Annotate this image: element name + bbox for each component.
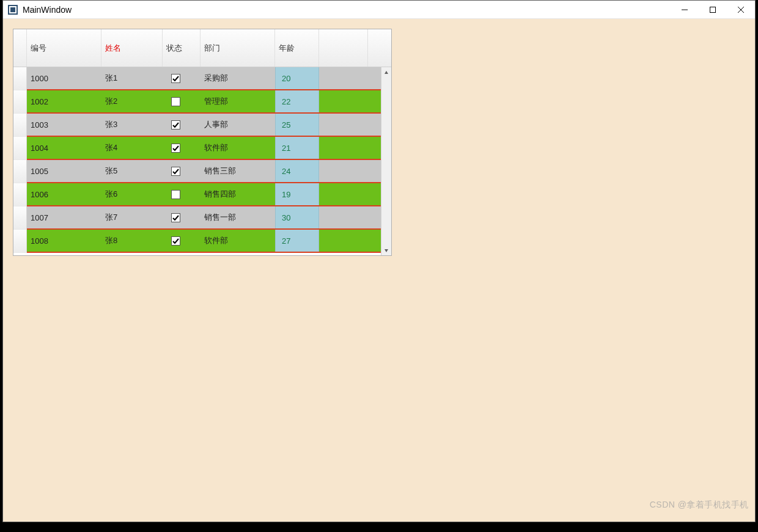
window-controls xyxy=(671,1,755,18)
table-row[interactable]: 1008张8软件部27 xyxy=(13,230,391,253)
cell-name[interactable]: 张3 xyxy=(101,114,163,136)
titlebar[interactable]: MainWindow xyxy=(3,1,755,19)
table-row[interactable]: 1002张2管理部22 xyxy=(13,90,391,114)
cell-extra[interactable] xyxy=(319,114,368,136)
status-checkbox[interactable] xyxy=(171,167,180,176)
cell-dept[interactable]: 人事部 xyxy=(201,114,275,136)
cell-age[interactable]: 25 xyxy=(275,114,319,136)
cell-age[interactable]: 21 xyxy=(275,137,319,159)
row-strip: 1004张4软件部21 xyxy=(27,137,391,160)
cell-id[interactable]: 1007 xyxy=(27,206,101,228)
header-extra[interactable] xyxy=(319,29,368,67)
row-strip: 1006张6销售四部19 xyxy=(27,183,391,206)
header-name[interactable]: 姓名 xyxy=(101,29,163,67)
row-strip: 1003张3人事部25 xyxy=(27,114,391,137)
cell-extra[interactable] xyxy=(319,160,368,182)
cell-id[interactable]: 1005 xyxy=(27,160,101,182)
cell-id[interactable]: 1008 xyxy=(27,230,101,252)
status-checkbox[interactable] xyxy=(171,213,180,222)
row-header[interactable] xyxy=(13,160,27,183)
cell-extra[interactable] xyxy=(319,137,368,159)
data-grid[interactable]: 编号 姓名 状态 部门 年龄 1000张1采购部201002张2管理部22100… xyxy=(13,29,392,256)
status-checkbox[interactable] xyxy=(171,144,180,153)
cell-id[interactable]: 1006 xyxy=(27,183,101,205)
cell-status xyxy=(163,67,201,89)
row-header[interactable] xyxy=(13,67,27,90)
cell-status xyxy=(163,230,201,252)
cell-id[interactable]: 1000 xyxy=(27,67,101,89)
status-checkbox[interactable] xyxy=(171,120,180,129)
svg-rect-1 xyxy=(710,7,716,12)
svg-marker-5 xyxy=(385,249,388,252)
cell-dept[interactable]: 销售一部 xyxy=(201,206,275,228)
cell-extra[interactable] xyxy=(319,230,368,252)
row-header[interactable] xyxy=(13,230,27,253)
maximize-button[interactable] xyxy=(699,1,727,18)
status-checkbox[interactable] xyxy=(171,74,180,83)
row-header[interactable] xyxy=(13,114,27,137)
cell-extra[interactable] xyxy=(319,183,368,205)
cell-status xyxy=(163,90,201,112)
cell-age[interactable]: 19 xyxy=(275,183,319,205)
cell-status xyxy=(163,206,201,228)
cell-status xyxy=(163,114,201,136)
row-header[interactable] xyxy=(13,137,27,160)
row-strip: 1005张5销售三部24 xyxy=(27,160,391,183)
minimize-button[interactable] xyxy=(671,1,699,18)
table-row[interactable]: 1006张6销售四部19 xyxy=(13,183,391,206)
cell-status xyxy=(163,183,201,205)
cell-age[interactable]: 30 xyxy=(275,206,319,228)
cell-name[interactable]: 张4 xyxy=(101,137,163,159)
cell-dept[interactable]: 软件部 xyxy=(201,137,275,159)
cell-name[interactable]: 张1 xyxy=(101,67,163,89)
svg-marker-4 xyxy=(385,71,388,74)
header-row: 编号 姓名 状态 部门 年龄 xyxy=(13,29,391,67)
status-checkbox[interactable] xyxy=(171,97,180,106)
status-checkbox[interactable] xyxy=(171,236,180,246)
cell-dept[interactable]: 管理部 xyxy=(201,90,275,112)
table-row[interactable]: 1000张1采购部20 xyxy=(13,67,391,90)
cell-age[interactable]: 20 xyxy=(275,67,319,89)
row-strip: 1008张8软件部27 xyxy=(27,230,391,253)
header-age[interactable]: 年龄 xyxy=(275,29,319,67)
cell-age[interactable]: 27 xyxy=(275,230,319,252)
table-row[interactable]: 1005张5销售三部24 xyxy=(13,160,391,183)
header-id[interactable]: 编号 xyxy=(27,29,101,67)
status-checkbox[interactable] xyxy=(171,190,180,199)
cell-extra[interactable] xyxy=(319,206,368,228)
row-strip: 1000张1采购部20 xyxy=(27,67,391,90)
cell-dept[interactable]: 销售三部 xyxy=(201,160,275,182)
cell-dept[interactable]: 销售四部 xyxy=(201,183,275,205)
header-dept[interactable]: 部门 xyxy=(201,29,275,67)
cell-name[interactable]: 张8 xyxy=(101,230,163,252)
cell-extra[interactable] xyxy=(319,90,368,112)
cell-age[interactable]: 24 xyxy=(275,160,319,182)
cell-status xyxy=(163,160,201,182)
cell-name[interactable]: 张7 xyxy=(101,206,163,228)
row-strip: 1007张7销售一部30 xyxy=(27,206,391,230)
scroll-down-button[interactable] xyxy=(381,245,391,255)
cell-name[interactable]: 张5 xyxy=(101,160,163,182)
vertical-scrollbar[interactable] xyxy=(381,67,391,255)
cell-name[interactable]: 张6 xyxy=(101,183,163,205)
row-header[interactable] xyxy=(13,206,27,230)
cell-extra[interactable] xyxy=(319,67,368,89)
cell-name[interactable]: 张2 xyxy=(101,90,163,112)
cell-dept[interactable]: 采购部 xyxy=(201,67,275,89)
table-row[interactable]: 1007张7销售一部30 xyxy=(13,206,391,230)
close-button[interactable] xyxy=(727,1,755,18)
header-status[interactable]: 状态 xyxy=(163,29,201,67)
table-row[interactable]: 1003张3人事部25 xyxy=(13,114,391,137)
row-strip: 1002张2管理部22 xyxy=(27,90,391,114)
table-row[interactable]: 1004张4软件部21 xyxy=(13,137,391,160)
cell-age[interactable]: 22 xyxy=(275,90,319,112)
cell-id[interactable]: 1003 xyxy=(27,114,101,136)
cell-id[interactable]: 1002 xyxy=(27,90,101,112)
cell-dept[interactable]: 软件部 xyxy=(201,230,275,252)
scroll-up-button[interactable] xyxy=(381,67,391,78)
row-header[interactable] xyxy=(13,90,27,114)
cell-id[interactable]: 1004 xyxy=(27,137,101,159)
window-title: MainWindow xyxy=(23,5,72,15)
watermark: CSDN @拿着手机找手机 xyxy=(650,500,749,511)
row-header[interactable] xyxy=(13,183,27,206)
